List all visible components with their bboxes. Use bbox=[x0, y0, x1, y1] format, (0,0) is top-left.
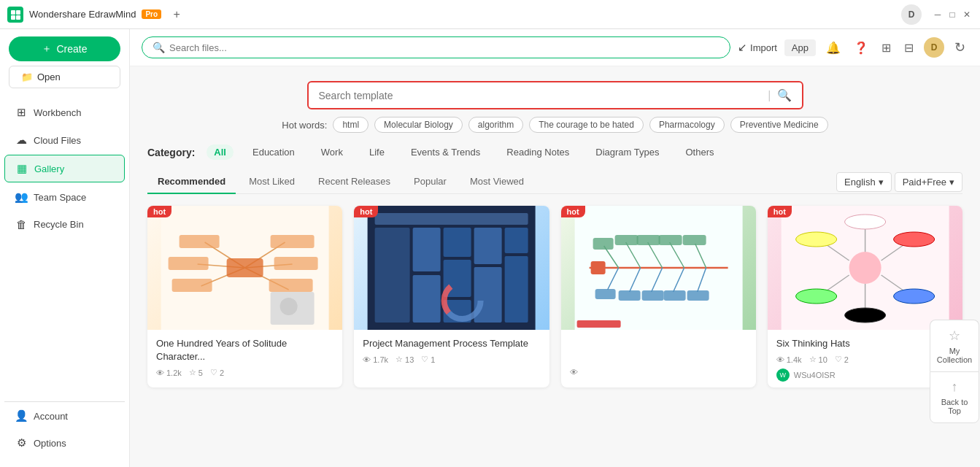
hot-words-label: Hot words: bbox=[282, 120, 327, 131]
hot-tag-courage[interactable]: The courage to be hated bbox=[529, 117, 644, 133]
sidebar-item-cloud-files[interactable]: ☁ Cloud Files bbox=[4, 127, 125, 153]
my-collection-button[interactable]: ☆ MyCollection bbox=[930, 320, 979, 371]
import-button[interactable]: ↙ Import bbox=[738, 41, 777, 54]
sidebar-item-team-space[interactable]: 👥 Team Space bbox=[4, 184, 125, 210]
main-area: ＋ Create 📁 Open ⊞ Workbench ☁ Cloud File… bbox=[0, 29, 980, 467]
category-others[interactable]: Others bbox=[678, 144, 721, 160]
price-select[interactable]: Paid+Free ▾ bbox=[895, 172, 962, 192]
svg-point-19 bbox=[280, 298, 298, 315]
tab-recommended[interactable]: Recommended bbox=[147, 170, 236, 194]
search-icon[interactable]: 🔍 bbox=[777, 88, 792, 102]
category-all[interactable]: All bbox=[207, 144, 234, 160]
account-icon: 👤 bbox=[15, 409, 28, 422]
open-button[interactable]: 📁 Open bbox=[9, 66, 120, 88]
category-work[interactable]: Work bbox=[314, 144, 350, 160]
search-files-input[interactable] bbox=[169, 42, 719, 53]
new-tab-button[interactable]: + bbox=[167, 5, 186, 24]
svg-rect-14 bbox=[172, 279, 212, 292]
star-icon: ☆ bbox=[189, 368, 196, 377]
hot-tag-preventive-medicine[interactable]: Preventive Medicine bbox=[730, 117, 828, 133]
notification-icon[interactable]: 🔔 bbox=[823, 38, 844, 58]
hot-badge: hot bbox=[147, 206, 171, 217]
author-avatar: W bbox=[776, 368, 790, 382]
heart-icon: ♡ bbox=[835, 355, 842, 364]
eye-icon: 👁 bbox=[363, 355, 371, 364]
eye-icon: 👁 bbox=[776, 355, 784, 364]
heart-count: ♡ 2 bbox=[835, 355, 849, 364]
template-title: Project Management Process Template bbox=[363, 337, 540, 350]
tab-most-liked[interactable]: Most Liked bbox=[239, 170, 305, 194]
category-row: Category: All Education Work Life Events… bbox=[147, 144, 962, 160]
hot-tag-algorithm[interactable]: algorithm bbox=[468, 117, 523, 133]
user-avatar[interactable]: D bbox=[924, 37, 944, 58]
sidebar-item-options[interactable]: ⚙ Options bbox=[4, 430, 125, 456]
top-bar-right: ↙ Import App 🔔 ❓ ⊞ ⊟ D ↻ bbox=[738, 36, 968, 58]
tab-most-viewed[interactable]: Most Viewed bbox=[460, 170, 534, 194]
heart-count: ♡ 2 bbox=[210, 368, 224, 377]
svg-rect-16 bbox=[274, 257, 318, 270]
plus-icon: ＋ bbox=[42, 42, 52, 55]
svg-rect-50 bbox=[658, 235, 682, 245]
recycle-icon: 🗑 bbox=[15, 218, 28, 231]
view-count: 👁 1.7k bbox=[363, 355, 388, 364]
svg-rect-0 bbox=[11, 10, 15, 15]
category-events-trends[interactable]: Events & Trends bbox=[404, 144, 487, 160]
sidebar-item-recycle-bin[interactable]: 🗑 Recycle Bin bbox=[4, 212, 125, 237]
svg-rect-51 bbox=[682, 235, 706, 245]
svg-rect-55 bbox=[663, 290, 685, 301]
tab-popular[interactable]: Popular bbox=[404, 170, 457, 194]
options-icon: ⚙ bbox=[15, 436, 28, 449]
collection-label: MyCollection bbox=[937, 347, 972, 364]
hot-tag-pharmacology[interactable]: Pharmacology bbox=[649, 117, 725, 133]
back-to-top-button[interactable]: ↑ Back to Top bbox=[930, 371, 979, 423]
template-card[interactable]: hot bbox=[561, 206, 756, 387]
svg-rect-30 bbox=[505, 228, 528, 253]
search-files-box[interactable]: 🔍 bbox=[142, 36, 730, 58]
sidebar-item-workbench[interactable]: ⊞ Workbench bbox=[4, 99, 125, 126]
svg-rect-11 bbox=[227, 258, 263, 277]
layout-icon[interactable]: ⊟ bbox=[901, 38, 917, 58]
template-search-area: | 🔍 Hot words: html Molecular Biology al… bbox=[147, 81, 962, 133]
title-bar-right: D ─ □ ✕ bbox=[901, 4, 973, 25]
category-reading-notes[interactable]: Reading Notes bbox=[499, 144, 576, 160]
avatar[interactable]: D bbox=[901, 4, 922, 25]
svg-point-71 bbox=[893, 289, 934, 304]
star-count: ☆ 13 bbox=[396, 355, 414, 364]
app-button[interactable]: App bbox=[784, 39, 816, 56]
team-icon: 👥 bbox=[15, 190, 28, 204]
hot-tag-molecular-biology[interactable]: Molecular Biology bbox=[374, 117, 463, 133]
sidebar-item-gallery[interactable]: ▦ Gallery bbox=[4, 155, 125, 182]
svg-rect-48 bbox=[614, 235, 638, 245]
category-education[interactable]: Education bbox=[245, 144, 302, 160]
window-controls: ─ □ ✕ bbox=[932, 9, 973, 20]
app-name: Wondershare EdrawMind bbox=[29, 9, 136, 20]
template-info: Project Management Process Template 👁 1.… bbox=[354, 330, 549, 370]
template-search-box[interactable]: | 🔍 bbox=[307, 81, 803, 109]
template-card[interactable]: hot bbox=[354, 206, 549, 387]
minimize-button[interactable]: ─ bbox=[932, 9, 944, 20]
close-button[interactable]: ✕ bbox=[961, 9, 973, 20]
category-life[interactable]: Life bbox=[362, 144, 392, 160]
sidebar-item-account[interactable]: 👤 Account bbox=[4, 403, 125, 429]
hot-tag-html[interactable]: html bbox=[333, 117, 369, 133]
sidebar-item-label: Cloud Files bbox=[34, 135, 81, 146]
refresh-icon[interactable]: ↻ bbox=[952, 36, 968, 58]
template-title: Six Thinking Hats bbox=[776, 337, 954, 350]
svg-rect-52 bbox=[595, 289, 615, 299]
category-diagram-types[interactable]: Diagram Types bbox=[588, 144, 666, 160]
svg-rect-47 bbox=[593, 238, 613, 250]
help-icon[interactable]: ❓ bbox=[851, 38, 871, 58]
create-button[interactable]: ＋ Create bbox=[9, 36, 120, 61]
cloud-icon: ☁ bbox=[15, 134, 28, 147]
template-card[interactable]: hot bbox=[147, 206, 342, 387]
template-search-input[interactable] bbox=[319, 90, 763, 101]
maximize-button[interactable]: □ bbox=[946, 9, 958, 20]
tab-recent-releases[interactable]: Recent Releases bbox=[308, 170, 401, 194]
language-select[interactable]: English ▾ bbox=[836, 172, 892, 192]
svg-rect-25 bbox=[444, 228, 471, 257]
svg-rect-46 bbox=[590, 261, 605, 274]
grid-icon[interactable]: ⊞ bbox=[879, 38, 894, 58]
svg-rect-13 bbox=[169, 257, 209, 270]
sidebar-item-label: Recycle Bin bbox=[34, 219, 84, 230]
chevron-down-icon: ▾ bbox=[879, 177, 884, 188]
